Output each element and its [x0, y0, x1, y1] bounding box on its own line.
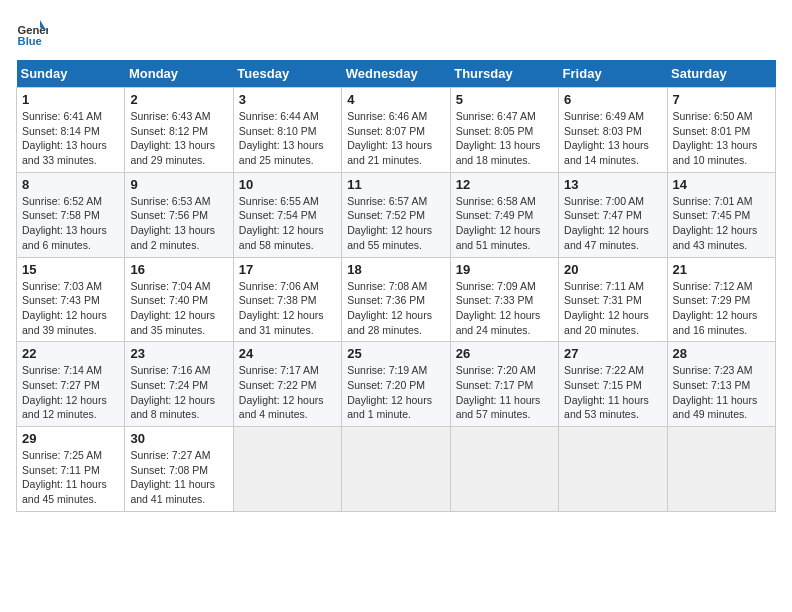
calendar-cell: 2Sunrise: 6:43 AMSunset: 8:12 PMDaylight…: [125, 88, 233, 173]
calendar-cell: 7Sunrise: 6:50 AMSunset: 8:01 PMDaylight…: [667, 88, 775, 173]
day-number: 14: [673, 177, 770, 192]
day-number: 20: [564, 262, 661, 277]
day-number: 23: [130, 346, 227, 361]
day-number: 16: [130, 262, 227, 277]
calendar-cell: 21Sunrise: 7:12 AMSunset: 7:29 PMDayligh…: [667, 257, 775, 342]
day-number: 26: [456, 346, 553, 361]
calendar-cell: [233, 427, 341, 512]
weekday-header-friday: Friday: [559, 60, 667, 88]
day-info: Sunrise: 7:12 AMSunset: 7:29 PMDaylight:…: [673, 279, 770, 338]
day-number: 8: [22, 177, 119, 192]
day-number: 19: [456, 262, 553, 277]
day-number: 5: [456, 92, 553, 107]
day-info: Sunrise: 6:49 AMSunset: 8:03 PMDaylight:…: [564, 109, 661, 168]
calendar-cell: 26Sunrise: 7:20 AMSunset: 7:17 PMDayligh…: [450, 342, 558, 427]
calendar-cell: [342, 427, 450, 512]
calendar-week-row: 15Sunrise: 7:03 AMSunset: 7:43 PMDayligh…: [17, 257, 776, 342]
day-number: 6: [564, 92, 661, 107]
day-number: 12: [456, 177, 553, 192]
day-info: Sunrise: 7:04 AMSunset: 7:40 PMDaylight:…: [130, 279, 227, 338]
calendar-cell: 16Sunrise: 7:04 AMSunset: 7:40 PMDayligh…: [125, 257, 233, 342]
day-number: 7: [673, 92, 770, 107]
logo-icon: General Blue: [16, 16, 48, 48]
calendar-cell: 12Sunrise: 6:58 AMSunset: 7:49 PMDayligh…: [450, 172, 558, 257]
calendar-cell: 13Sunrise: 7:00 AMSunset: 7:47 PMDayligh…: [559, 172, 667, 257]
weekday-header-thursday: Thursday: [450, 60, 558, 88]
day-info: Sunrise: 6:58 AMSunset: 7:49 PMDaylight:…: [456, 194, 553, 253]
calendar-cell: [559, 427, 667, 512]
calendar-cell: 14Sunrise: 7:01 AMSunset: 7:45 PMDayligh…: [667, 172, 775, 257]
day-info: Sunrise: 7:27 AMSunset: 7:08 PMDaylight:…: [130, 448, 227, 507]
day-info: Sunrise: 7:14 AMSunset: 7:27 PMDaylight:…: [22, 363, 119, 422]
day-info: Sunrise: 7:23 AMSunset: 7:13 PMDaylight:…: [673, 363, 770, 422]
day-number: 17: [239, 262, 336, 277]
day-number: 27: [564, 346, 661, 361]
calendar-cell: 8Sunrise: 6:52 AMSunset: 7:58 PMDaylight…: [17, 172, 125, 257]
day-number: 10: [239, 177, 336, 192]
calendar-cell: 6Sunrise: 6:49 AMSunset: 8:03 PMDaylight…: [559, 88, 667, 173]
day-info: Sunrise: 6:52 AMSunset: 7:58 PMDaylight:…: [22, 194, 119, 253]
calendar-cell: 19Sunrise: 7:09 AMSunset: 7:33 PMDayligh…: [450, 257, 558, 342]
day-number: 22: [22, 346, 119, 361]
calendar-week-row: 8Sunrise: 6:52 AMSunset: 7:58 PMDaylight…: [17, 172, 776, 257]
calendar-cell: 17Sunrise: 7:06 AMSunset: 7:38 PMDayligh…: [233, 257, 341, 342]
day-info: Sunrise: 7:25 AMSunset: 7:11 PMDaylight:…: [22, 448, 119, 507]
calendar-cell: 9Sunrise: 6:53 AMSunset: 7:56 PMDaylight…: [125, 172, 233, 257]
day-number: 1: [22, 92, 119, 107]
calendar-cell: 24Sunrise: 7:17 AMSunset: 7:22 PMDayligh…: [233, 342, 341, 427]
calendar-cell: 29Sunrise: 7:25 AMSunset: 7:11 PMDayligh…: [17, 427, 125, 512]
day-info: Sunrise: 7:09 AMSunset: 7:33 PMDaylight:…: [456, 279, 553, 338]
day-number: 13: [564, 177, 661, 192]
day-info: Sunrise: 7:11 AMSunset: 7:31 PMDaylight:…: [564, 279, 661, 338]
logo: General Blue: [16, 16, 48, 48]
day-info: Sunrise: 7:20 AMSunset: 7:17 PMDaylight:…: [456, 363, 553, 422]
weekday-header-saturday: Saturday: [667, 60, 775, 88]
calendar-cell: 18Sunrise: 7:08 AMSunset: 7:36 PMDayligh…: [342, 257, 450, 342]
calendar-table: SundayMondayTuesdayWednesdayThursdayFrid…: [16, 60, 776, 512]
calendar-cell: [667, 427, 775, 512]
calendar-cell: 20Sunrise: 7:11 AMSunset: 7:31 PMDayligh…: [559, 257, 667, 342]
calendar-cell: 5Sunrise: 6:47 AMSunset: 8:05 PMDaylight…: [450, 88, 558, 173]
day-number: 2: [130, 92, 227, 107]
day-info: Sunrise: 7:06 AMSunset: 7:38 PMDaylight:…: [239, 279, 336, 338]
day-info: Sunrise: 6:41 AMSunset: 8:14 PMDaylight:…: [22, 109, 119, 168]
day-info: Sunrise: 6:55 AMSunset: 7:54 PMDaylight:…: [239, 194, 336, 253]
day-info: Sunrise: 6:46 AMSunset: 8:07 PMDaylight:…: [347, 109, 444, 168]
day-info: Sunrise: 6:53 AMSunset: 7:56 PMDaylight:…: [130, 194, 227, 253]
day-number: 30: [130, 431, 227, 446]
day-number: 9: [130, 177, 227, 192]
day-info: Sunrise: 7:03 AMSunset: 7:43 PMDaylight:…: [22, 279, 119, 338]
calendar-week-row: 29Sunrise: 7:25 AMSunset: 7:11 PMDayligh…: [17, 427, 776, 512]
calendar-cell: 15Sunrise: 7:03 AMSunset: 7:43 PMDayligh…: [17, 257, 125, 342]
weekday-header-wednesday: Wednesday: [342, 60, 450, 88]
day-info: Sunrise: 6:50 AMSunset: 8:01 PMDaylight:…: [673, 109, 770, 168]
day-number: 21: [673, 262, 770, 277]
calendar-cell: 11Sunrise: 6:57 AMSunset: 7:52 PMDayligh…: [342, 172, 450, 257]
day-info: Sunrise: 7:17 AMSunset: 7:22 PMDaylight:…: [239, 363, 336, 422]
day-number: 24: [239, 346, 336, 361]
svg-text:Blue: Blue: [18, 35, 42, 47]
calendar-cell: 22Sunrise: 7:14 AMSunset: 7:27 PMDayligh…: [17, 342, 125, 427]
day-number: 25: [347, 346, 444, 361]
day-number: 18: [347, 262, 444, 277]
day-info: Sunrise: 6:57 AMSunset: 7:52 PMDaylight:…: [347, 194, 444, 253]
day-info: Sunrise: 6:43 AMSunset: 8:12 PMDaylight:…: [130, 109, 227, 168]
day-number: 11: [347, 177, 444, 192]
day-info: Sunrise: 6:47 AMSunset: 8:05 PMDaylight:…: [456, 109, 553, 168]
day-number: 3: [239, 92, 336, 107]
calendar-cell: 1Sunrise: 6:41 AMSunset: 8:14 PMDaylight…: [17, 88, 125, 173]
day-info: Sunrise: 7:01 AMSunset: 7:45 PMDaylight:…: [673, 194, 770, 253]
day-number: 15: [22, 262, 119, 277]
weekday-header-sunday: Sunday: [17, 60, 125, 88]
day-info: Sunrise: 7:00 AMSunset: 7:47 PMDaylight:…: [564, 194, 661, 253]
calendar-cell: 23Sunrise: 7:16 AMSunset: 7:24 PMDayligh…: [125, 342, 233, 427]
day-info: Sunrise: 7:19 AMSunset: 7:20 PMDaylight:…: [347, 363, 444, 422]
day-number: 4: [347, 92, 444, 107]
day-info: Sunrise: 7:08 AMSunset: 7:36 PMDaylight:…: [347, 279, 444, 338]
day-info: Sunrise: 6:44 AMSunset: 8:10 PMDaylight:…: [239, 109, 336, 168]
calendar-cell: 10Sunrise: 6:55 AMSunset: 7:54 PMDayligh…: [233, 172, 341, 257]
calendar-cell: 4Sunrise: 6:46 AMSunset: 8:07 PMDaylight…: [342, 88, 450, 173]
calendar-week-row: 1Sunrise: 6:41 AMSunset: 8:14 PMDaylight…: [17, 88, 776, 173]
svg-text:General: General: [18, 24, 48, 36]
calendar-cell: 27Sunrise: 7:22 AMSunset: 7:15 PMDayligh…: [559, 342, 667, 427]
